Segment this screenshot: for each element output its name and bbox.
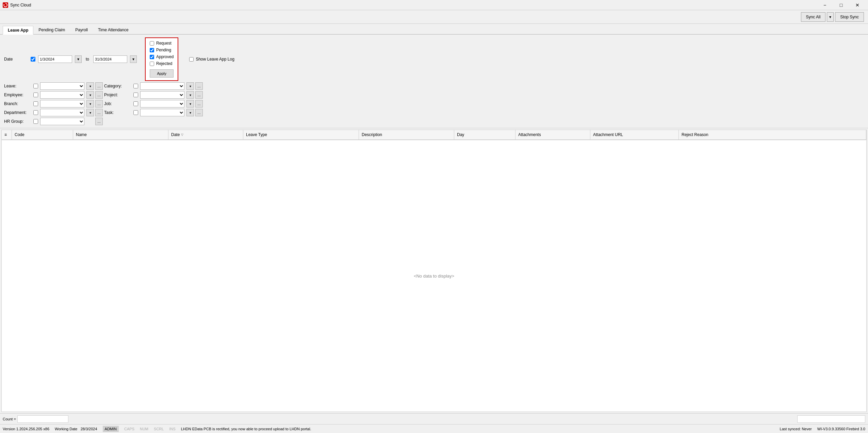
category-label: Category:	[104, 84, 131, 88]
col-header-name[interactable]: Name	[73, 130, 168, 139]
status-bar: Count =	[0, 413, 868, 424]
employee-select[interactable]	[40, 91, 84, 99]
category-btn-small[interactable]: ▾	[186, 82, 194, 90]
leave-checkbox[interactable]	[33, 84, 38, 88]
leave-select[interactable]	[40, 82, 84, 90]
maximize-button[interactable]: □	[833, 0, 849, 10]
job-select[interactable]	[140, 100, 184, 107]
department-btn-extra[interactable]: …	[95, 109, 103, 116]
category-checkbox[interactable]	[133, 84, 138, 88]
project-label: Project:	[104, 93, 131, 97]
table-header: ≡ Code Name Date ▽ Leave Type Descriptio…	[2, 130, 866, 140]
hr-group-btn-extra[interactable]: …	[95, 118, 103, 125]
close-button[interactable]: ✕	[850, 0, 865, 10]
branch-btn-extra[interactable]: …	[95, 100, 103, 107]
content-area: Date ▾ to ▾ Request Pe	[0, 35, 868, 424]
caps-label: CAPS	[124, 427, 134, 431]
department-select[interactable]	[40, 109, 84, 116]
col-header-leave-type[interactable]: Leave Type	[243, 130, 359, 139]
apply-button[interactable]: Apply	[150, 69, 174, 78]
branch-btn-small[interactable]: ▾	[86, 100, 94, 107]
project-btn-extra[interactable]: …	[195, 91, 203, 99]
hr-group-checkbox[interactable]	[33, 119, 38, 124]
task-btn-small[interactable]: ▾	[186, 109, 194, 116]
approved-label: Approved	[156, 54, 174, 59]
leave-label: Leave:	[4, 84, 31, 88]
task-btn-extra[interactable]: …	[195, 109, 203, 116]
leave-btn-extra[interactable]: …	[95, 82, 103, 90]
show-log-label: Show Leave App Log	[196, 57, 234, 62]
sync-all-dropdown[interactable]: ▾	[827, 12, 834, 22]
table-body: <No data to display>	[2, 140, 866, 412]
department-checkbox[interactable]	[33, 110, 38, 115]
job-checkbox[interactable]	[133, 101, 138, 106]
ins-label: INS	[169, 427, 175, 431]
project-checkbox[interactable]	[133, 93, 138, 97]
branch-checkbox[interactable]	[33, 101, 38, 106]
date-to-dropdown[interactable]: ▾	[130, 55, 137, 63]
col-header-date[interactable]: Date ▽	[168, 130, 243, 139]
approved-checkbox[interactable]	[150, 55, 154, 59]
date-checkbox[interactable]	[31, 57, 35, 62]
employee-btn-extra[interactable]: …	[95, 91, 103, 99]
col-header-code[interactable]: Code	[12, 130, 73, 139]
show-log-checkbox[interactable]	[189, 57, 194, 62]
version-text: Version 1.2024.256.205 x86	[3, 427, 49, 431]
job-btn-small[interactable]: ▾	[186, 100, 194, 107]
request-checkbox[interactable]	[150, 41, 154, 46]
action-bar: Sync All ▾ Stop Sync	[0, 10, 868, 24]
date-filter-row: Date ▾ to ▾ Request Pe	[4, 37, 864, 81]
pending-checkbox[interactable]	[150, 48, 154, 52]
rejected-checkbox[interactable]	[150, 62, 154, 66]
tab-leave-app[interactable]: Leave App	[3, 26, 33, 35]
date-sort-icon: ▽	[181, 133, 183, 136]
title-bar: Sync Cloud − □ ✕	[0, 0, 868, 10]
date-label: Date	[4, 57, 28, 62]
task-select[interactable]	[140, 109, 184, 116]
job-btn-extra[interactable]: …	[195, 100, 203, 107]
tab-pending-claim[interactable]: Pending Claim	[33, 25, 70, 34]
app-title: Sync Cloud	[10, 3, 31, 7]
date-to-label: to	[86, 57, 89, 62]
rejected-label: Rejected	[156, 61, 172, 66]
col-header-attachments[interactable]: Attachments	[515, 130, 590, 139]
col-header-day[interactable]: Day	[454, 130, 515, 139]
wi-version-text: WI-V3.0.9.33560 Firebird 3.0	[817, 427, 865, 431]
leave-btn-small[interactable]: ▾	[86, 82, 94, 90]
svg-marker-0	[3, 4, 5, 5]
branch-select[interactable]	[40, 100, 84, 107]
employee-label: Employee:	[4, 93, 31, 97]
admin-badge: ADMIN	[103, 426, 119, 432]
count-value-box	[17, 415, 68, 423]
col-header-reject-reason[interactable]: Reject Reason	[679, 130, 866, 139]
col-header-attachment-url[interactable]: Attachment URL	[590, 130, 679, 139]
scrl-label: SCRL	[154, 427, 164, 431]
app-icon	[3, 2, 8, 8]
hr-group-select[interactable]	[40, 118, 84, 125]
col-header-rownum: ≡	[2, 130, 12, 139]
date-to-input[interactable]	[93, 55, 127, 63]
tab-bar: Leave App Pending Claim Payroll Time Att…	[0, 24, 868, 35]
tab-payroll[interactable]: Payroll	[70, 25, 93, 34]
col-header-description[interactable]: Description	[359, 130, 454, 139]
minimize-button[interactable]: −	[817, 0, 833, 10]
employee-checkbox[interactable]	[33, 93, 38, 97]
horizontal-scrollbar[interactable]	[797, 415, 865, 423]
num-label: NUM	[140, 427, 148, 431]
working-date-label: Working Date 28/3/2024	[55, 427, 97, 431]
info-bar: Version 1.2024.256.205 x86 Working Date …	[0, 424, 868, 433]
department-btn-small[interactable]: ▾	[86, 109, 94, 116]
tab-time-attendance[interactable]: Time Attendance	[93, 25, 134, 34]
date-from-input[interactable]	[38, 55, 72, 63]
stop-sync-button[interactable]: Stop Sync	[835, 12, 864, 22]
project-btn-small[interactable]: ▾	[186, 91, 194, 99]
task-checkbox[interactable]	[133, 110, 138, 115]
sync-all-button[interactable]: Sync All	[801, 12, 826, 22]
project-select[interactable]	[140, 91, 184, 99]
category-btn-extra[interactable]: …	[195, 82, 203, 90]
date-from-dropdown[interactable]: ▾	[75, 55, 82, 63]
branch-label: Branch:	[4, 101, 31, 106]
category-select[interactable]	[140, 82, 184, 90]
data-table: ≡ Code Name Date ▽ Leave Type Descriptio…	[1, 130, 867, 412]
employee-btn-small[interactable]: ▾	[86, 91, 94, 99]
